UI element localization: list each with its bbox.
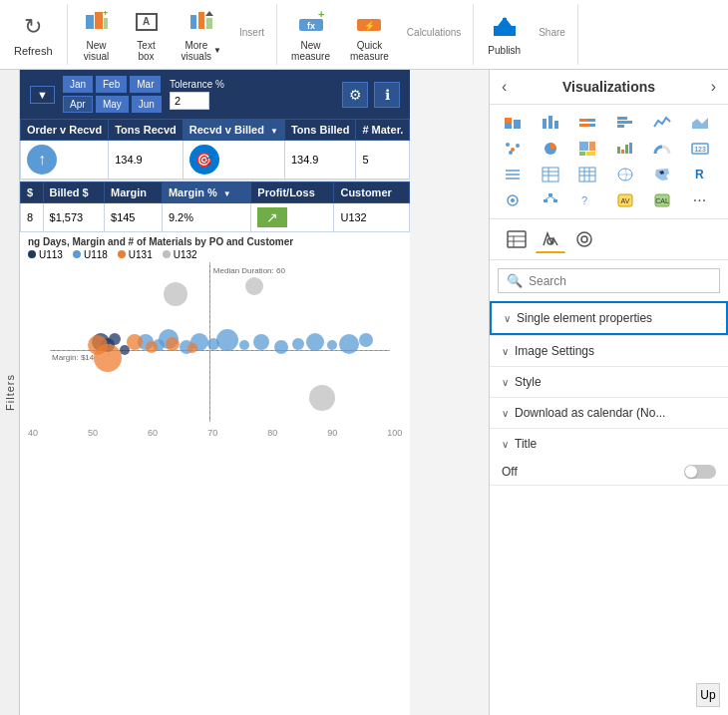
- new-visual-button[interactable]: + New visual: [72, 4, 122, 66]
- viz-collapse-button[interactable]: ‹: [502, 78, 507, 96]
- viz-icon-waterfall[interactable]: [610, 137, 640, 161]
- viz-icon-ai[interactable]: [498, 188, 528, 212]
- month-apr[interactable]: Apr: [63, 96, 93, 113]
- viz-search-box[interactable]: 🔍: [498, 268, 720, 293]
- col-margin[interactable]: Margin: [105, 182, 163, 203]
- viz-icon-gauge[interactable]: [647, 137, 677, 161]
- publish-button[interactable]: Publish: [478, 9, 531, 60]
- viz-search-input[interactable]: [529, 274, 711, 288]
- viz-icon-scatter[interactable]: [498, 137, 528, 161]
- viz-icon-area-chart[interactable]: [685, 111, 715, 135]
- svg-rect-39: [617, 147, 620, 154]
- viz-fields-button[interactable]: [502, 225, 532, 253]
- more-visuals-label: More visuals▼: [182, 40, 222, 62]
- svg-rect-4: [190, 15, 196, 29]
- bubble-u118-13: [327, 340, 337, 350]
- viz-icon-map[interactable]: [610, 163, 640, 186]
- prop-header-title[interactable]: ∨ Title: [490, 429, 728, 459]
- viz-icon-custom2[interactable]: CAL: [647, 188, 677, 212]
- col-dollar[interactable]: $: [21, 182, 44, 203]
- svg-rect-20: [548, 116, 552, 129]
- month-jan[interactable]: Jan: [63, 76, 93, 93]
- svg-rect-41: [625, 145, 628, 154]
- publish-label: Publish: [488, 45, 521, 56]
- svg-rect-26: [617, 117, 627, 120]
- cell-margin-pct-val: 9.2%: [162, 203, 250, 232]
- viz-panel: ‹ Visualizations › 123 R ?: [489, 70, 728, 715]
- text-box-button[interactable]: A Text box: [122, 4, 172, 66]
- col-billed-dollar[interactable]: Billed $: [43, 182, 104, 203]
- refresh-icon: ↻: [19, 13, 47, 41]
- viz-format-button[interactable]: [536, 225, 565, 253]
- bubble-u131-3: [127, 334, 143, 350]
- col-order-v-recvd[interactable]: Order v Recvd: [21, 120, 109, 141]
- bubble-u131-6: [187, 343, 197, 353]
- viz-analytics-button[interactable]: [569, 225, 599, 253]
- viz-panel-title: Visualizations: [562, 79, 655, 95]
- filters-strip[interactable]: Filters: [0, 70, 20, 715]
- new-measure-button[interactable]: fx+ New measure: [281, 4, 340, 66]
- scatter-chart-section: ng Days, Margin and # of Materials by PO…: [20, 232, 410, 715]
- prop-header-image-settings[interactable]: ∨ Image Settings: [490, 336, 728, 366]
- col-tons-recvd[interactable]: Tons Recvd: [109, 120, 183, 141]
- more-visuals-button[interactable]: More visuals▼: [172, 4, 232, 66]
- viz-icon-dots[interactable]: ···: [685, 188, 715, 212]
- svg-marker-59: [655, 169, 669, 180]
- viz-icon-decomp[interactable]: [536, 188, 565, 212]
- prop-header-download-calendar[interactable]: ∨ Download as calendar (No...: [490, 398, 728, 428]
- viz-icon-treemap[interactable]: [572, 137, 602, 161]
- viz-icon-r-visual[interactable]: R: [685, 163, 715, 186]
- prop-header-single-element[interactable]: ∨ Single element properties: [490, 301, 728, 335]
- up-button[interactable]: Up: [696, 683, 720, 707]
- tolerance-input[interactable]: [170, 92, 209, 110]
- prop-header-style[interactable]: ∨ Style: [490, 367, 728, 397]
- viz-icon-table[interactable]: [536, 163, 565, 186]
- refresh-button[interactable]: ↻ Refresh: [4, 9, 63, 61]
- col-recvd-v-billed[interactable]: Recvd v Billed ▼: [182, 120, 284, 141]
- svg-marker-29: [692, 118, 708, 129]
- filter-info-button[interactable]: ℹ: [374, 82, 400, 108]
- viz-icon-qa[interactable]: ?: [572, 188, 602, 212]
- viz-icon-pie[interactable]: [536, 137, 565, 161]
- cell-customer-val: U132: [334, 203, 410, 232]
- month-mar[interactable]: Mar: [130, 76, 161, 93]
- svg-rect-65: [544, 199, 547, 202]
- viz-icon-column-chart[interactable]: [536, 111, 565, 135]
- viz-icon-100pct-bar[interactable]: [572, 111, 602, 135]
- col-profit-loss[interactable]: Profit/Loss: [251, 182, 334, 203]
- toolbar-group-insert: + New visual A Text box More visuals▼ In…: [68, 4, 278, 65]
- cell-tons-billed: 134.9: [284, 141, 355, 179]
- viz-toolbar: [490, 219, 728, 260]
- col-margin-pct[interactable]: Margin % ▼: [162, 182, 250, 203]
- bubble-u131-5: [166, 337, 180, 351]
- viz-icon-filled-map[interactable]: [647, 163, 677, 186]
- svg-rect-28: [617, 125, 624, 128]
- filter-funnel-button[interactable]: ⚙: [342, 82, 368, 108]
- new-visual-label: New visual: [84, 40, 110, 62]
- viz-icon-bar-chart[interactable]: [610, 111, 640, 135]
- viz-icon-card[interactable]: 123: [685, 137, 715, 161]
- viz-icon-slicer[interactable]: [498, 163, 528, 186]
- prop-section-single-element: ∨ Single element properties: [490, 301, 728, 336]
- svg-rect-6: [206, 18, 212, 29]
- quick-measure-button[interactable]: ⚡ Quick measure: [340, 4, 399, 66]
- svg-text:AV: AV: [620, 197, 629, 204]
- month-may[interactable]: May: [96, 96, 129, 113]
- col-customer[interactable]: Customer: [334, 182, 410, 203]
- col-num-materials[interactable]: # Mater.: [356, 120, 410, 141]
- svg-line-68: [550, 196, 555, 199]
- period-dropdown[interactable]: ▼: [30, 86, 55, 104]
- svg-point-79: [577, 232, 591, 246]
- col-tons-billed[interactable]: Tons Billed: [284, 120, 355, 141]
- viz-icon-matrix[interactable]: [572, 163, 602, 186]
- svg-rect-38: [586, 152, 595, 156]
- month-jun[interactable]: Jun: [132, 96, 162, 113]
- title-toggle-switch[interactable]: [684, 465, 716, 479]
- more-visuals-icon: [187, 8, 215, 36]
- month-feb[interactable]: Feb: [96, 76, 127, 93]
- viz-icon-custom1[interactable]: AV: [610, 188, 640, 212]
- chart-x-labels: 40 50 60 70 80 90 100: [20, 426, 410, 440]
- viz-icon-stacked-bar[interactable]: [498, 111, 528, 135]
- viz-icon-line-chart[interactable]: [647, 111, 677, 135]
- viz-expand-button[interactable]: ›: [711, 78, 716, 96]
